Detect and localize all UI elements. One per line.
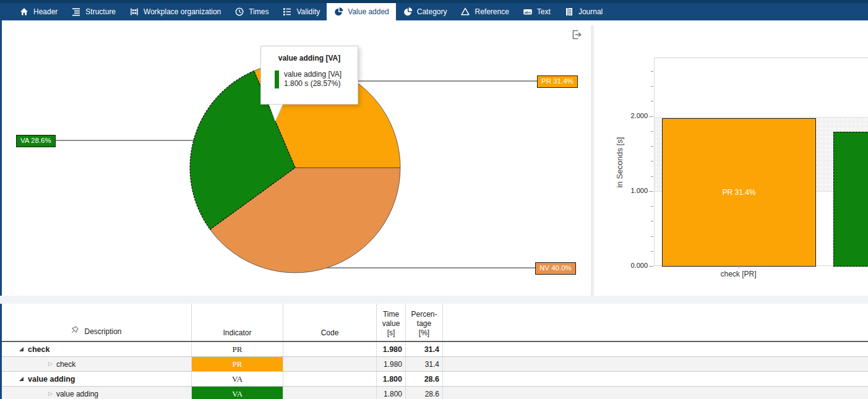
- description-cell: value adding: [56, 390, 98, 398]
- column-header-filler: [443, 304, 868, 341]
- tooltip-pointer: [268, 103, 286, 123]
- tab-header[interactable]: Header: [12, 3, 64, 20]
- pie-label-va: VA 28.6%: [16, 135, 56, 147]
- table-row[interactable]: ▷checkPR1.98031.4: [2, 357, 868, 372]
- code-cell: [283, 372, 377, 386]
- time-value-cell: 1.800: [377, 372, 406, 386]
- tree-expanded-icon[interactable]: [19, 377, 24, 381]
- bar-check-pr-[interactable]: PR 31.4%: [662, 118, 816, 267]
- charts-region: value adding [VA] value adding [VA] 1.80…: [2, 20, 868, 296]
- tab-value-added[interactable]: Value added: [327, 3, 396, 20]
- y-axis-tick: [651, 146, 653, 147]
- y-axis-tick: [649, 116, 653, 117]
- workplace-icon: [129, 7, 139, 17]
- pie-icon: [333, 7, 343, 17]
- validity-icon: [282, 7, 292, 17]
- y-axis-tick: [651, 161, 653, 161]
- tab-label: Text: [537, 7, 551, 16]
- filler-cell: [443, 372, 868, 386]
- percentage-cell: 31.4: [406, 357, 443, 371]
- value-added-table: DescriptionIndicatorCodeTimevalue[s]Perc…: [2, 304, 868, 399]
- code-cell: [283, 342, 377, 356]
- description-cell: check: [28, 345, 49, 354]
- y-axis-tick-label: 0.000: [619, 262, 648, 269]
- tab-label: Times: [249, 7, 269, 16]
- tab-label: Validity: [296, 7, 320, 16]
- svg-text:abc: abc: [525, 10, 531, 14]
- time-value-cell: 1.800: [377, 387, 406, 399]
- y-axis-tick: [651, 176, 653, 177]
- tab-label: Value added: [348, 7, 389, 16]
- bar-chart-plot: PR 31.4%: [654, 58, 868, 266]
- filler-cell: [443, 342, 868, 356]
- percentage-cell: 31.4: [406, 342, 443, 356]
- clock-icon: [234, 7, 244, 17]
- y-axis-tick-label: 2.000: [619, 112, 648, 119]
- filler-cell: [443, 357, 868, 371]
- y-axis-tick: [651, 236, 653, 237]
- tab-label: Category: [417, 7, 447, 16]
- percentage-cell: 28.6: [406, 387, 443, 399]
- table-row[interactable]: ▷value addingVA1.80028.6: [2, 387, 868, 399]
- tooltip-series-swatch: [275, 71, 279, 88]
- top-tab-bar: HeaderStructureWorkplace organizationTim…: [0, 0, 868, 20]
- y-axis-tick: [651, 86, 653, 87]
- export-icon[interactable]: [570, 28, 583, 41]
- tab-reference[interactable]: Reference: [453, 3, 515, 20]
- x-axis-category-label: check [PR]: [695, 270, 782, 278]
- tab-label: Reference: [475, 7, 509, 16]
- pie-label-pr: PR 31.4%: [537, 75, 578, 88]
- filler-cell: [443, 387, 868, 399]
- home-icon: [19, 7, 29, 17]
- tab-structure[interactable]: Structure: [64, 3, 122, 20]
- panel-gap: [0, 296, 868, 304]
- description-cell: value adding: [28, 375, 75, 384]
- journal-icon: [564, 7, 574, 17]
- tab-label: Journal: [578, 7, 603, 16]
- column-header-description[interactable]: Description: [2, 304, 192, 341]
- y-axis-tick: [651, 221, 653, 221]
- tooltip-series-label: value adding [VA]: [284, 70, 342, 79]
- y-axis-tick: [651, 101, 653, 101]
- table-row[interactable]: checkPR1.98031.4: [2, 342, 868, 357]
- description-cell: check: [56, 360, 75, 369]
- table-row[interactable]: value addingVA1.80028.6: [2, 372, 868, 387]
- tree-collapsed-icon[interactable]: ▷: [48, 391, 53, 397]
- pie-label-nv: NV 40.0%: [535, 262, 576, 275]
- column-header-code[interactable]: Code: [283, 304, 377, 341]
- x-axis-tick: [739, 266, 739, 268]
- table-header-row: DescriptionIndicatorCodeTimevalue[s]Perc…: [2, 304, 868, 342]
- tab-text[interactable]: abcText: [516, 3, 557, 20]
- pie-icon: [403, 7, 413, 17]
- reference-icon: [460, 7, 470, 17]
- tab-label: Structure: [85, 7, 116, 16]
- tab-label: Header: [33, 7, 58, 16]
- pie-chart-panel: value adding [VA] value adding [VA] 1.80…: [2, 20, 591, 296]
- bar-value-adding[interactable]: [833, 132, 868, 267]
- indicator-cell: PR: [192, 357, 283, 371]
- column-header-time[interactable]: Timevalue[s]: [377, 304, 406, 341]
- tab-category[interactable]: Category: [396, 3, 454, 20]
- percentage-cell: 28.6: [406, 372, 443, 386]
- column-header-indicator[interactable]: Indicator: [192, 304, 283, 341]
- tab-validity[interactable]: Validity: [275, 3, 327, 20]
- y-axis-tick: [651, 206, 653, 207]
- tree-expanded-icon[interactable]: [19, 347, 24, 351]
- bar-chart-panel: in Seconds [s] PR 31.4% check [PR] 0.000…: [594, 20, 868, 296]
- tab-label: Workplace organization: [144, 7, 221, 16]
- tab-times[interactable]: Times: [228, 3, 275, 20]
- code-cell: [283, 357, 377, 371]
- indicator-cell: PR: [192, 342, 283, 356]
- pin-icon: [71, 325, 81, 338]
- tab-workplace-organization[interactable]: Workplace organization: [122, 3, 228, 20]
- tree-collapsed-icon[interactable]: ▷: [48, 361, 53, 367]
- column-header-percen[interactable]: Percen-tage[%]: [406, 304, 443, 341]
- tab-journal[interactable]: Journal: [557, 3, 609, 20]
- structure-icon: [71, 7, 81, 17]
- y-axis-tick: [649, 266, 653, 267]
- chart-tooltip: value adding [VA] value adding [VA] 1.80…: [260, 46, 358, 105]
- y-axis-tick-label: 1.000: [619, 187, 648, 194]
- tooltip-title: value adding [VA]: [261, 54, 358, 62]
- abc-icon: abc: [523, 7, 533, 17]
- table-body: checkPR1.98031.4▷checkPR1.98031.4value a…: [2, 342, 868, 399]
